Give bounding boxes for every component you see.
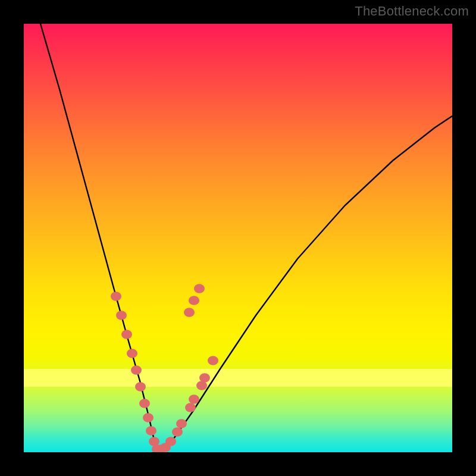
plot-area <box>24 24 452 452</box>
marker-dot <box>194 284 205 293</box>
curve-right-branch <box>158 116 452 452</box>
marker-dot <box>149 437 159 446</box>
marker-dot <box>165 437 176 446</box>
marker-dot <box>139 399 150 408</box>
marker-dot <box>143 413 154 422</box>
curve-svg <box>24 24 452 452</box>
marker-group <box>111 284 218 452</box>
marker-dot <box>121 330 132 339</box>
marker-dot <box>208 356 218 365</box>
marker-dot <box>189 394 199 403</box>
marker-dot <box>196 381 207 390</box>
marker-dot <box>111 292 121 300</box>
marker-dot <box>172 427 183 436</box>
chart-frame: TheBottleneck.com <box>0 0 476 476</box>
marker-dot <box>146 426 156 435</box>
curve-group <box>40 24 452 452</box>
marker-dot <box>131 365 142 374</box>
marker-dot <box>184 308 195 317</box>
marker-dot <box>189 296 199 305</box>
marker-dot <box>199 373 210 382</box>
marker-dot <box>176 419 187 428</box>
marker-dot <box>116 311 127 320</box>
marker-dot <box>135 382 146 391</box>
watermark-text: TheBottleneck.com <box>355 4 469 19</box>
marker-dot <box>185 403 196 412</box>
marker-dot <box>127 349 137 358</box>
